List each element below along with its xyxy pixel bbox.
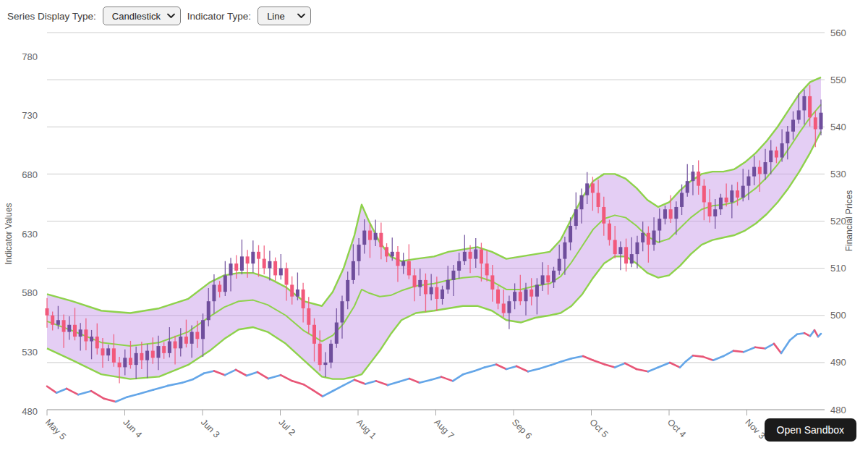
candle-body <box>51 316 54 325</box>
candle-body <box>352 261 355 280</box>
indicator-segment <box>733 351 744 352</box>
candle-body <box>229 263 233 275</box>
candle-body <box>541 275 545 284</box>
indicator-type-select-wrap: Line <box>258 7 311 25</box>
candle-body <box>335 323 339 344</box>
candle-body <box>746 177 750 186</box>
series-display-type-label: Series Display Type: <box>7 11 96 22</box>
candle-body <box>451 271 455 280</box>
right-axis-label: 560 <box>830 28 846 38</box>
candle-body <box>140 353 143 360</box>
candle-body <box>174 342 177 349</box>
candle-body <box>490 275 494 290</box>
candle-body <box>329 344 333 363</box>
candle-body <box>435 287 438 299</box>
candle-body <box>73 325 77 337</box>
right-axis-label: 500 <box>830 310 846 321</box>
candle-body <box>791 119 795 131</box>
candle-body <box>285 269 289 285</box>
left-axis-label: 680 <box>22 169 38 180</box>
candle-body <box>224 275 227 292</box>
candle-body <box>697 172 700 186</box>
candle-body <box>67 325 71 332</box>
candle-body <box>279 269 283 276</box>
x-axis-label: Oct 4 <box>665 417 688 439</box>
candle-body <box>151 351 155 358</box>
candle-body <box>273 261 277 276</box>
candle-body <box>307 308 310 325</box>
candle-body <box>156 346 160 358</box>
candle-body <box>663 209 667 219</box>
chart-controls: Series Display Type: Candlestick Indicat… <box>7 7 311 25</box>
candle-body <box>385 247 388 256</box>
candle-body <box>312 325 316 344</box>
candle-body <box>496 290 500 304</box>
candle-body <box>741 186 745 198</box>
candle-body <box>95 337 99 348</box>
candle-body <box>463 252 467 261</box>
x-axis-label: Oct 5 <box>587 417 610 439</box>
open-sandbox-button[interactable]: Open Sandbox <box>765 418 856 442</box>
candle-body <box>758 167 762 174</box>
candle-body <box>240 256 244 271</box>
left-axis-title: Indicator Values <box>4 203 14 264</box>
candle-body <box>529 290 533 297</box>
candle-body <box>340 301 344 322</box>
x-axis-label: Jun 3 <box>199 417 222 440</box>
x-axis-label: Jul 2 <box>276 417 297 438</box>
candle-body <box>647 233 650 245</box>
left-axis-label: 480 <box>22 406 38 417</box>
left-axis-label: 630 <box>22 229 38 240</box>
candle-body <box>686 181 689 193</box>
candle-body <box>168 342 171 353</box>
candle-body <box>112 348 116 363</box>
candle-body <box>708 202 712 216</box>
candle-body <box>713 209 717 216</box>
candle-body <box>184 337 188 344</box>
candle-body <box>123 358 127 367</box>
candle-body <box>90 337 93 342</box>
candle-body <box>118 363 122 368</box>
candle-body <box>424 280 427 295</box>
candle-body <box>396 252 399 266</box>
candle-body <box>669 209 673 219</box>
candle-body <box>558 259 561 271</box>
candle-body <box>736 190 739 198</box>
candle-body <box>101 348 104 355</box>
candle-body <box>641 233 644 242</box>
candle-body <box>630 254 634 263</box>
candle-body <box>502 303 506 313</box>
right-axis-label: 540 <box>830 122 846 132</box>
candle-body <box>613 240 617 255</box>
candle-body <box>469 252 472 259</box>
candle-body <box>691 172 694 181</box>
candle-body <box>457 261 461 271</box>
candle-body <box>56 320 60 325</box>
right-axis-label: 510 <box>830 263 846 274</box>
candle-body <box>524 290 528 301</box>
candle-body <box>263 259 266 269</box>
candle-body <box>797 110 801 119</box>
candle-body <box>579 195 583 210</box>
candle-body <box>362 231 366 245</box>
candle-body <box>246 256 250 263</box>
series-display-type-select[interactable]: Candlestick <box>103 7 181 25</box>
candle-body <box>290 284 294 296</box>
candle-body <box>251 252 255 263</box>
candle-body <box>430 287 433 295</box>
candle-body <box>680 193 684 207</box>
x-axis: May 5Jun 4Jun 3Jul 2Aug 1Aug 7Sep 6Oct 5… <box>43 410 825 442</box>
left-axis-label: 530 <box>22 347 38 358</box>
left-axis-label: 580 <box>22 287 38 298</box>
candle-body <box>719 198 723 209</box>
right-axis-label: 480 <box>830 405 846 415</box>
candle-body <box>585 183 589 195</box>
indicator-type-label: Indicator Type: <box>187 11 251 22</box>
indicator-type-select[interactable]: Line <box>258 7 311 25</box>
right-axis-title: Financial Prices <box>844 190 854 252</box>
candle-body <box>591 183 595 193</box>
x-axis-label: Sep 6 <box>510 417 534 441</box>
candle-body <box>212 284 216 301</box>
candle-body <box>485 263 489 275</box>
candle-body <box>775 151 778 158</box>
